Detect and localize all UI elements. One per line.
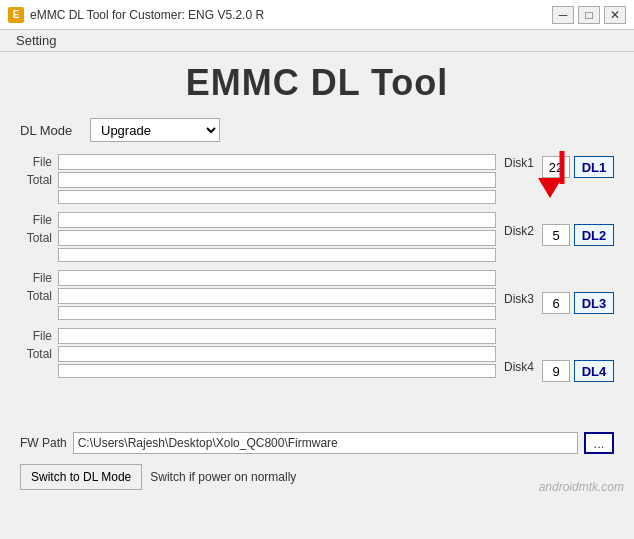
disk3-controls: Disk3 6 DL3 bbox=[504, 290, 614, 350]
disk4-file-row: File bbox=[20, 328, 496, 344]
disk3-label: Disk3 bbox=[504, 292, 534, 306]
disk1-total-bar bbox=[58, 172, 496, 188]
disk1-file-row: File bbox=[20, 154, 496, 170]
disk2-file-bar bbox=[58, 212, 496, 228]
disk4-section: File Total bbox=[20, 328, 496, 378]
disk1-total-row: Total bbox=[20, 172, 496, 188]
fw-path-label: FW Path bbox=[20, 436, 67, 450]
disk4-total-row: Total bbox=[20, 346, 496, 362]
maximize-button[interactable]: □ bbox=[578, 6, 600, 24]
disk3-total-bar bbox=[58, 288, 496, 304]
disk1-file-bar bbox=[58, 154, 496, 170]
disk4-empty-row bbox=[58, 364, 496, 378]
title-bar: E eMMC DL Tool for Customer: ENG V5.2.0 … bbox=[0, 0, 634, 30]
disk1-file-label: File bbox=[20, 155, 52, 169]
title-bar-text: eMMC DL Tool for Customer: ENG V5.2.0 R bbox=[30, 8, 264, 22]
title-bar-left: E eMMC DL Tool for Customer: ENG V5.2.0 … bbox=[8, 7, 264, 23]
dl2-button[interactable]: DL2 bbox=[574, 224, 614, 246]
disk3-file-row: File bbox=[20, 270, 496, 286]
disks-controls: Disk1 22 DL1 Disk2 5 DL2 Disk3 6 DL3 Dis… bbox=[504, 154, 614, 426]
minimize-button[interactable]: ─ bbox=[552, 6, 574, 24]
dl-mode-label: DL Mode bbox=[20, 123, 80, 138]
main-content: EMMC DL Tool DL Mode Upgrade File Total bbox=[0, 52, 634, 500]
disk1-controls: Disk1 22 DL1 bbox=[504, 154, 614, 214]
menu-bar: Setting bbox=[0, 30, 634, 52]
disk1-num: 22 bbox=[542, 156, 570, 178]
disk1-empty-row bbox=[58, 190, 496, 204]
fw-path-row: FW Path ... bbox=[20, 432, 614, 454]
disk2-file-label: File bbox=[20, 213, 52, 227]
disk2-total-label: Total bbox=[20, 231, 52, 245]
app-icon: E bbox=[8, 7, 24, 23]
app-title: EMMC DL Tool bbox=[20, 52, 614, 118]
disk3-file-bar bbox=[58, 270, 496, 286]
disk2-total-row: Total bbox=[20, 230, 496, 246]
fw-path-input[interactable] bbox=[73, 432, 578, 454]
disk4-file-bar bbox=[58, 328, 496, 344]
disks-area: File Total File Total bbox=[20, 154, 614, 426]
disk4-total-label: Total bbox=[20, 347, 52, 361]
disk2-file-row: File bbox=[20, 212, 496, 228]
disk2-section: File Total bbox=[20, 212, 496, 262]
close-button[interactable]: ✕ bbox=[604, 6, 626, 24]
disks-bars: File Total File Total bbox=[20, 154, 496, 426]
dl3-button[interactable]: DL3 bbox=[574, 292, 614, 314]
disk2-empty-row bbox=[58, 248, 496, 262]
disk3-empty-row bbox=[58, 306, 496, 320]
disk4-total-bar bbox=[58, 346, 496, 362]
disk3-file-label: File bbox=[20, 271, 52, 285]
disk2-num: 5 bbox=[542, 224, 570, 246]
disk1-label: Disk1 bbox=[504, 156, 534, 170]
disk4-file-label: File bbox=[20, 329, 52, 343]
disk2-label: Disk2 bbox=[504, 224, 534, 238]
disk4-label: Disk4 bbox=[504, 360, 534, 374]
disk3-total-row: Total bbox=[20, 288, 496, 304]
dl-mode-select[interactable]: Upgrade bbox=[90, 118, 220, 142]
disk2-controls: Disk2 5 DL2 bbox=[504, 222, 614, 282]
disk4-num: 9 bbox=[542, 360, 570, 382]
title-bar-controls: ─ □ ✕ bbox=[552, 6, 626, 24]
disk3-total-label: Total bbox=[20, 289, 52, 303]
browse-button[interactable]: ... bbox=[584, 432, 614, 454]
disk1-total-label: Total bbox=[20, 173, 52, 187]
disk3-section: File Total bbox=[20, 270, 496, 320]
dl1-button[interactable]: DL1 bbox=[574, 156, 614, 178]
menu-setting[interactable]: Setting bbox=[8, 31, 64, 50]
bottom-bar: Switch to DL Mode Switch if power on nor… bbox=[20, 464, 614, 490]
disk2-total-bar bbox=[58, 230, 496, 246]
dl4-button[interactable]: DL4 bbox=[574, 360, 614, 382]
disk1-section: File Total bbox=[20, 154, 496, 204]
disk4-controls: Disk4 9 DL4 bbox=[504, 358, 614, 418]
watermark: androidmtk.com bbox=[539, 480, 624, 494]
disk3-num: 6 bbox=[542, 292, 570, 314]
dl-mode-row: DL Mode Upgrade bbox=[20, 118, 614, 142]
switch-note: Switch if power on normally bbox=[150, 470, 296, 484]
switch-mode-button[interactable]: Switch to DL Mode bbox=[20, 464, 142, 490]
